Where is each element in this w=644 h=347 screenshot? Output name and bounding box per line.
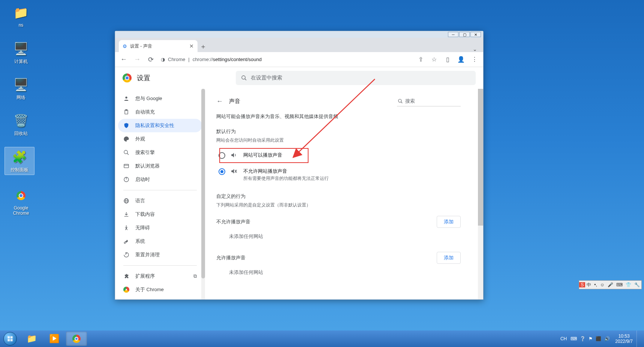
search-icon: [398, 99, 403, 104]
external-link-icon: ⧉: [193, 273, 197, 279]
sidebar-item-clipboard[interactable]: 自动填充: [118, 105, 202, 119]
add-block-site-button[interactable]: 添加: [437, 216, 461, 228]
sidebar-scrollbar[interactable]: [201, 89, 205, 299]
url-gray: chrome://: [193, 57, 213, 62]
browser-tab[interactable]: ⚙ 设置 - 声音 ✕: [119, 40, 198, 52]
desktop-icon-chrome[interactable]: Google Chrome: [6, 187, 36, 216]
sidebar-item-browser[interactable]: 默认浏览器: [118, 159, 202, 173]
window-close-button[interactable]: ✕: [470, 32, 481, 37]
ime-bar[interactable]: S 中 •, ☺ 🎤 ⌨ 👕 🔧: [579, 280, 642, 289]
search-icon: [241, 75, 247, 81]
tray-shield-icon[interactable]: ⬛: [594, 336, 603, 341]
radio-button-icon: [219, 152, 225, 159]
window-minimize-button[interactable]: ─: [448, 32, 458, 37]
url-sep: |: [188, 57, 189, 62]
bookmark-star-icon[interactable]: ☆: [428, 54, 440, 65]
scrollbar-thumb[interactable]: [201, 89, 205, 278]
new-tab-button[interactable]: ＋: [198, 41, 209, 52]
taskbar: 📁 ▶️ CH ⌨ ❔ ⚑ ⬛ 🔊 10:53 2022/9/7: [0, 331, 644, 347]
add-allow-site-button[interactable]: 添加: [437, 252, 461, 264]
browser-icon: [123, 163, 130, 169]
default-behavior-label: 默认行为: [216, 128, 461, 135]
computer-icon: 🖥️: [13, 40, 29, 57]
tab-strip: ⚙ 设置 - 声音 ✕ ＋ ⌄: [115, 38, 483, 52]
tab-dropdown-button[interactable]: ⌄: [467, 46, 483, 52]
tray-help-icon[interactable]: ❔: [578, 336, 587, 341]
sidebar-item-download[interactable]: 下载内容: [118, 208, 202, 221]
reset-icon: [123, 252, 130, 258]
svg-rect-7: [124, 164, 129, 168]
sidebar-item-chrome[interactable]: 关于 Chrome: [118, 283, 202, 296]
tray-keyboard-icon[interactable]: ⌨: [569, 336, 578, 341]
sidebar-item-shield[interactable]: 隐私设置和安全性: [118, 119, 202, 132]
settings-main: ← 声音 搜索 网站可能会播放声音来为音乐、视频和其他媒体提供音频 默认行为 网…: [205, 89, 483, 289]
settings-search-input[interactable]: 在设置中搜索: [236, 71, 476, 85]
tray-flag-icon[interactable]: ⚑: [587, 336, 594, 341]
show-desktop-button[interactable]: [637, 331, 642, 347]
sidebar-item-palette[interactable]: 外观: [118, 132, 202, 146]
sidebar-item-person[interactable]: 您与 Google: [118, 92, 202, 105]
address-bar[interactable]: ◑ Chrome | chrome://settings/content/sou…: [159, 57, 413, 62]
globe-icon: [123, 198, 130, 204]
profile-icon[interactable]: 👤: [455, 54, 467, 65]
puzzle-icon: [123, 273, 130, 279]
allow-empty-text: 未添加任何网站: [216, 264, 461, 281]
sidepanel-icon[interactable]: ▯: [442, 54, 453, 65]
menu-kebab-icon[interactable]: ⋮: [469, 54, 480, 65]
sidebar-item-power[interactable]: 启动时: [118, 173, 202, 186]
desktop-icon-controlpanel[interactable]: 🧩 控制面板: [4, 147, 34, 175]
nav-reload-button[interactable]: ⟳: [145, 54, 156, 65]
taskbar-explorer[interactable]: 📁: [21, 332, 42, 346]
desktop-icon-network[interactable]: 🖥️ 网络: [6, 76, 36, 101]
sidebar-item-puzzle[interactable]: 扩展程序⧉: [118, 269, 202, 283]
desktop-icon-computer[interactable]: 🖥️ 计算机: [6, 40, 36, 65]
sidebar-item-wrench[interactable]: 系统: [118, 235, 202, 248]
folder-icon: 📁: [13, 4, 29, 21]
ime-emoji-icon[interactable]: ☺: [599, 282, 606, 287]
radio-allow-sound[interactable]: 网站可以播放声音: [216, 147, 461, 163]
ime-skin-icon[interactable]: 👕: [624, 282, 633, 287]
main-scrollbar[interactable]: [478, 89, 483, 299]
nav-forward-button[interactable]: →: [132, 54, 143, 65]
url-path: settings/content/sound: [213, 57, 262, 62]
sidebar-separator: [123, 265, 197, 266]
start-button[interactable]: [0, 331, 20, 347]
custom-behavior-label: 自定义的行为: [216, 193, 461, 200]
taskbar-clock[interactable]: 10:53 2022/9/7: [611, 334, 637, 344]
ime-lang[interactable]: 中: [585, 282, 593, 288]
sidebar-item-reset[interactable]: 重置并清理: [118, 248, 202, 262]
desktop-label: Google Chrome: [6, 205, 36, 216]
url-prefix: Chrome: [168, 57, 185, 62]
page-back-button[interactable]: ←: [216, 97, 223, 105]
desktop-icon-ns[interactable]: 📁 ns: [6, 4, 36, 28]
sidebar-item-globe[interactable]: 语言: [118, 194, 202, 208]
ime-keyboard-icon[interactable]: ⌨: [615, 282, 624, 287]
palette-icon: [123, 136, 130, 142]
share-icon[interactable]: ⇪: [415, 54, 426, 65]
windows-logo-icon: [3, 332, 17, 346]
taskbar-chrome[interactable]: [66, 332, 87, 346]
sidebar-label: 您与 Google: [135, 95, 162, 102]
browser-toolbar: ← → ⟳ ◑ Chrome | chrome://settings/conte…: [115, 52, 483, 67]
ime-mic-icon[interactable]: 🎤: [606, 282, 615, 287]
radio-block-sound[interactable]: 不允许网站播放声音 所有需要使用声音的功能都将无法正常运行: [216, 163, 461, 186]
scrollbar-thumb[interactable]: [478, 89, 483, 226]
window-maximize-button[interactable]: ▢: [459, 32, 470, 37]
sidebar-label: 无障碍: [135, 224, 150, 231]
sidebar-item-access[interactable]: 无障碍: [118, 221, 202, 235]
svg-point-0: [242, 76, 245, 79]
ime-tool-icon[interactable]: 🔧: [633, 282, 641, 287]
desktop-icon-recycle[interactable]: 🗑️ 回收站: [6, 112, 36, 137]
window-titlebar: ─ ▢ ✕: [115, 31, 483, 38]
tray-lang[interactable]: CH: [558, 336, 569, 341]
ime-punct-icon[interactable]: •,: [593, 282, 599, 287]
chrome-window: ─ ▢ ✕ ⚙ 设置 - 声音 ✕ ＋ ⌄ ← → ⟳ ◑ Chrome | c…: [115, 31, 484, 300]
nav-back-button[interactable]: ←: [118, 54, 129, 65]
sidebar-item-search[interactable]: 搜索引擎: [118, 146, 202, 159]
radio-block-label: 不允许网站播放声音: [243, 168, 329, 175]
shield-icon: [123, 123, 130, 129]
tray-volume-icon[interactable]: 🔊: [603, 336, 611, 341]
inpage-search-input[interactable]: 搜索: [397, 96, 461, 106]
taskbar-mediaplayer[interactable]: ▶️: [43, 332, 64, 346]
tab-close-icon[interactable]: ✕: [189, 43, 194, 49]
